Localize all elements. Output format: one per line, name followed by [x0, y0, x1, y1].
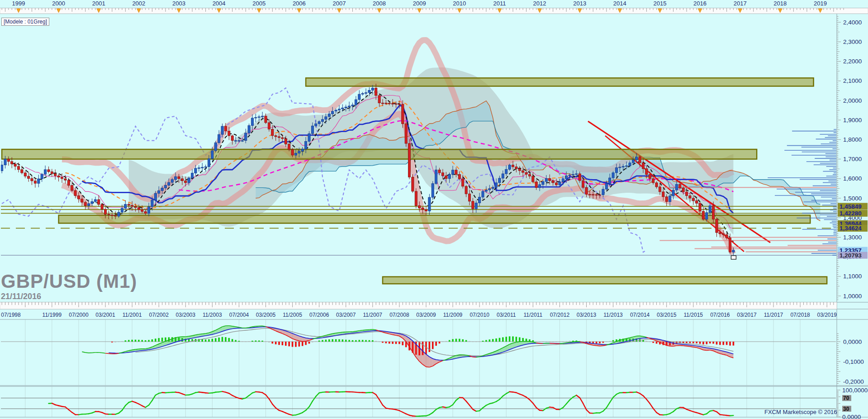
axis-label: 11/2003 [203, 312, 222, 318]
axis-label: 1,1000 [843, 273, 862, 280]
axis-label: 1,20793 [840, 252, 862, 259]
axis-label: 11/1999 [43, 312, 62, 318]
axis-label: 2013 [573, 0, 586, 7]
axis-label: 03/2007 [336, 312, 356, 318]
axis-label: 03/2009 [416, 312, 436, 318]
axis-label: 07/1998 [1, 312, 21, 318]
stoch-ruler: 100,000070300,0000 [837, 387, 868, 419]
stochastic-panel[interactable] [1, 386, 837, 417]
axis-label: 07/2008 [389, 312, 409, 318]
price-label-boxes: 1,458491,422801,369441,346241,233571,207… [838, 203, 868, 259]
axis-label: 03/2005 [256, 312, 276, 318]
order-marker[interactable] [731, 256, 736, 259]
axis-label: 1,6000 [843, 175, 862, 182]
macd-ruler: 0,0000-0,1000-0,2000 [837, 333, 864, 385]
axis-label: 2010 [453, 0, 466, 7]
axis-label: 07/2016 [710, 312, 730, 318]
axis-label: 2005 [252, 0, 266, 7]
axis-label: 07/2004 [229, 312, 249, 318]
chart-window: 1999200020012002200320042005200620072008… [0, 0, 868, 419]
axis-label: 2003 [172, 0, 185, 7]
axis-label: 2014 [613, 0, 626, 7]
zone-resistance-1.72 [2, 149, 757, 159]
axis-label: 100,0000 [842, 387, 868, 394]
axis-label: 2011 [493, 0, 506, 7]
axis-label: 1,7000 [843, 156, 862, 162]
axis-label: 2004 [213, 0, 226, 7]
axis-label: 2,2000 [843, 58, 862, 65]
axis-label: 07/2006 [309, 312, 329, 318]
axis-label: 07/2012 [550, 312, 570, 318]
axis-label: 07/2002 [149, 312, 169, 318]
axis-label: 2,0000 [843, 97, 862, 104]
axis-label: 2009 [413, 0, 426, 7]
axis-label: 11/2005 [283, 312, 302, 318]
axis-label: 07/2000 [69, 312, 89, 318]
axis-label: 0,0000 [842, 414, 861, 419]
axis-label: -0,2000 [843, 378, 864, 385]
axis-label: 11/2017 [764, 312, 783, 318]
axis-label: 07/2018 [790, 312, 810, 318]
zone-resistance-2.08 [306, 78, 814, 86]
macd-signal-slow [136, 329, 734, 356]
axis-label: 1999 [12, 0, 25, 7]
axis-label: 2018 [773, 0, 787, 7]
bottom-time-ruler[interactable]: 07/199811/199907/200003/200111/200107/20… [0, 302, 837, 318]
axis-label: 2017 [734, 0, 747, 7]
axis-label: 03/2017 [737, 312, 757, 318]
axis-label: 2,1000 [843, 77, 862, 84]
axis-label: 2000 [52, 0, 65, 7]
axis-label: 03/2015 [657, 312, 677, 318]
level-lines [1, 206, 837, 255]
axis-label: 1,8000 [843, 136, 862, 143]
axis-label: 11/2011 [523, 312, 542, 318]
zone-support-1.38 [59, 215, 811, 224]
axis-label: 03/2003 [176, 312, 196, 318]
axis-label: 07/2014 [630, 312, 650, 318]
axis-label: 2002 [132, 0, 145, 7]
axis-label: 11/2001 [123, 312, 142, 318]
axis-label: 2008 [373, 0, 386, 7]
axis-label: 1,45849 [840, 203, 862, 210]
axis-label: 11/2009 [443, 312, 463, 318]
axis-label: 2,3000 [843, 38, 862, 45]
axis-label: 2007 [332, 0, 346, 7]
axis-label: 2019 [814, 0, 827, 7]
axis-label: 11/2013 [603, 312, 623, 318]
axis-label: 30 [843, 406, 849, 412]
axis-label: 1,3000 [843, 234, 862, 241]
axis-label: 1,5000 [843, 195, 862, 202]
axis-label: 70 [843, 395, 849, 401]
axis-label: 03/2013 [577, 312, 597, 318]
price-chart-canvas[interactable]: 1999200020012002200320042005200620072008… [0, 0, 868, 419]
axis-label: 2001 [92, 0, 105, 7]
axis-label: 2015 [653, 0, 666, 7]
axis-label: 1,0000 [843, 293, 862, 300]
axis-label: 07/2010 [470, 312, 489, 318]
axis-label: -0,1000 [843, 358, 864, 365]
axis-label: 2016 [693, 0, 707, 7]
axis-label: 11/2007 [363, 312, 383, 318]
axis-label: 2,4000 [843, 19, 862, 26]
axis-label: 0,0000 [843, 338, 862, 345]
axis-label: 03/2011 [497, 312, 516, 318]
macd-panel[interactable] [1, 319, 837, 386]
axis-label: 1,42280 [840, 210, 862, 217]
axis-label: 03/2001 [95, 312, 115, 318]
axis-label: 03/2019 [817, 312, 837, 318]
axis-label: 1,34624 [840, 225, 862, 232]
top-time-ruler[interactable]: 1999200020012002200320042005200620072008… [0, 0, 868, 14]
axis-label: 11/2015 [684, 312, 703, 318]
axis-label: 1,9000 [843, 117, 862, 124]
axis-label: 2006 [293, 0, 306, 7]
axis-label: 2012 [533, 0, 546, 7]
zone-support-1.07 [383, 277, 827, 284]
